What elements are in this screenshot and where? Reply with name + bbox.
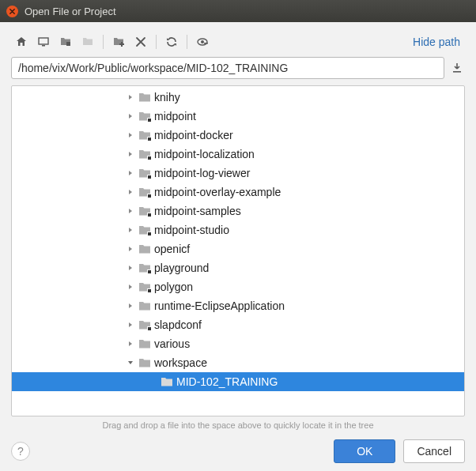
window-title: Open File or Project [25,6,116,17]
git-folder-icon [138,130,151,141]
tree-node[interactable]: knihy [12,88,464,107]
show-hidden-button[interactable] [194,33,211,51]
svg-rect-0 [39,38,48,44]
git-folder-icon [138,168,151,179]
new-folder-button[interactable] [110,33,127,51]
show-hidden-icon [196,36,209,48]
help-button[interactable]: ? [11,442,30,461]
tree-node[interactable]: various [12,334,464,353]
tree-node[interactable]: midpoint-overlay-example [12,183,464,202]
tree-node[interactable]: midpoint-localization [12,145,464,164]
tree-node[interactable]: openicf [12,239,464,258]
tree-node-label: midpoint [154,110,196,122]
path-input[interactable] [11,57,444,79]
tree-node-label: midpoint-studio [154,224,229,236]
chevron-right-icon[interactable] [126,168,135,178]
path-row [11,57,465,79]
tree-node-label: midpoint-overlay-example [154,186,281,198]
separator [187,35,187,49]
chevron-right-icon[interactable] [126,263,135,273]
svg-rect-2 [66,42,70,46]
chevron-right-icon[interactable] [126,225,135,235]
svg-rect-6 [453,71,461,73]
new-folder-icon [112,36,125,48]
git-folder-icon [138,262,151,273]
git-folder-icon [138,111,151,122]
tree-node-label: playground [154,262,209,274]
chevron-right-icon[interactable] [126,244,135,254]
refresh-icon [165,36,178,48]
chevron-right-icon[interactable] [126,130,135,140]
svg-rect-5 [204,43,208,44]
history-button[interactable] [449,60,465,76]
delete-button[interactable] [132,33,149,51]
tree-node-label: slapdconf [154,318,202,331]
folder-icon [138,357,151,368]
chevron-right-icon[interactable] [126,339,135,349]
home-icon [15,36,28,48]
project-icon [59,36,72,48]
folder-icon [138,92,151,103]
hide-path-link[interactable]: Hide path [413,36,463,48]
chevron-right-icon[interactable] [126,111,135,121]
tree-node-label: workspace [154,356,207,369]
svg-point-4 [201,40,204,43]
folder-icon [161,376,173,387]
module-icon [81,36,94,48]
file-tree[interactable]: knihymidpointmidpoint-dockermidpoint-loc… [11,85,465,416]
refresh-button[interactable] [163,33,180,51]
close-icon [9,8,16,15]
tree-node[interactable]: playground [12,258,464,277]
tree-node-label: runtime-EclipseApplication [154,300,285,312]
desktop-icon [37,36,50,48]
tree-node[interactable]: midpoint-log-viewer [12,164,464,183]
folder-icon [138,243,151,254]
tree-node-label: midpoint-localization [154,148,255,160]
folder-icon [138,300,151,311]
git-folder-icon [138,187,151,198]
chevron-right-icon[interactable] [126,282,135,292]
svg-rect-1 [42,45,45,47]
cancel-button[interactable]: Cancel [403,439,465,463]
tree-node-label: midpoint-samples [154,205,241,217]
module-button[interactable] [79,33,96,51]
git-folder-icon [138,281,151,292]
tree-node[interactable]: midpoint-studio [12,220,464,239]
titlebar: Open File or Project [0,0,476,22]
tree-node-label: polygon [154,281,193,293]
ok-button[interactable]: OK [334,439,395,463]
desktop-button[interactable] [35,33,52,51]
chevron-right-icon[interactable] [126,301,135,311]
git-folder-icon [138,149,151,160]
tree-node[interactable]: slapdconf [12,315,464,334]
chevron-right-icon[interactable] [126,187,135,197]
tree-node[interactable]: MID-102_TRAINING [12,372,464,391]
tree-node[interactable]: runtime-EclipseApplication [12,296,464,315]
tree-node[interactable]: midpoint-samples [12,202,464,220]
tree-node-label: midpoint-docker [154,129,233,141]
chevron-right-icon[interactable] [126,206,135,216]
tree-node[interactable]: midpoint [12,107,464,126]
project-button[interactable] [57,33,74,51]
tree-node-label: MID-102_TRAINING [176,375,278,388]
chevron-right-icon[interactable] [126,320,135,330]
git-folder-icon [138,224,151,236]
close-button[interactable] [6,6,18,17]
chevron-down-icon[interactable] [126,358,135,367]
chevron-right-icon[interactable] [126,149,135,159]
delete-icon [134,36,147,48]
dialog-body: Hide path knihymidpointmidpoint-dockermi… [0,22,476,471]
tree-node-label: midpoint-log-viewer [154,167,250,179]
git-folder-icon [138,319,151,330]
tree-node[interactable]: polygon [12,277,464,296]
home-button[interactable] [13,33,30,51]
chevron-right-icon[interactable] [126,92,135,102]
git-folder-icon [138,205,151,217]
tree-node[interactable]: midpoint-docker [12,126,464,145]
tree-node[interactable]: workspace [12,353,464,372]
toolbar: Hide path [11,30,465,57]
separator [103,35,104,49]
download-icon [451,62,463,74]
hint-text: Drag and drop a file into the space abov… [11,416,465,438]
footer: ? OK Cancel [11,438,465,463]
